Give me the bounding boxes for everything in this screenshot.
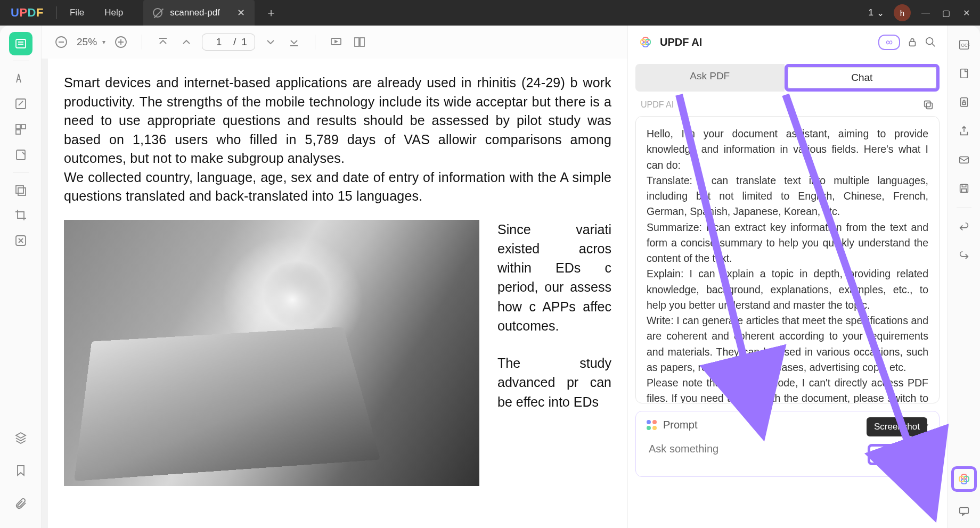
menu-file[interactable]: File [70, 7, 84, 18]
screenshot-tooltip: Screenshot [867, 417, 927, 436]
form-tool-button[interactable] [9, 143, 32, 167]
svg-rect-25 [925, 101, 930, 107]
prompt-dots-icon [647, 420, 657, 430]
prev-page-button[interactable] [178, 34, 194, 50]
search-icon[interactable] [925, 36, 936, 48]
reader-mode-button[interactable] [9, 32, 32, 55]
workspace: 25% ▾ / 1 [0, 26, 980, 528]
document-paragraph: We collected country, language, age, sex… [64, 168, 611, 206]
tab-title: scanned-pdf [170, 7, 220, 18]
window-count-value: 1 [869, 7, 873, 18]
svg-rect-19 [355, 38, 359, 46]
save-button[interactable] [954, 179, 974, 198]
separator [13, 61, 29, 61]
maximize-button[interactable]: ▢ [941, 7, 951, 18]
next-page-button[interactable] [263, 34, 279, 50]
document-paragraph: Smart devices and internet-based applica… [64, 73, 611, 168]
redo-button[interactable] [954, 246, 974, 266]
updf-ai-logo-icon [639, 35, 652, 49]
titlebar: UPDF File Help scanned-pdf ✕ ＋ 1 ⌄ h — ▢… [0, 0, 980, 26]
organize-tool-button[interactable] [9, 118, 32, 141]
current-page-input[interactable] [210, 36, 228, 48]
ai-message: Hello, I'm your document assistant, aimi… [635, 116, 940, 403]
right-sidebar: OCR [947, 26, 980, 528]
bookmark-button[interactable] [9, 459, 32, 482]
ai-panel-title: UPDF AI [660, 36, 702, 48]
total-pages: 1 [241, 36, 247, 48]
svg-text:OCR: OCR [961, 43, 970, 48]
center-area: 25% ▾ / 1 [42, 26, 627, 528]
first-page-button[interactable] [155, 34, 171, 50]
presentation-button[interactable] [328, 34, 344, 50]
ai-toggle-button[interactable] [956, 471, 972, 487]
svg-rect-5 [21, 125, 26, 129]
svg-rect-0 [16, 39, 26, 48]
close-window-button[interactable]: ✕ [961, 7, 971, 18]
separator [56, 6, 57, 19]
last-page-button[interactable] [286, 34, 302, 50]
separator [13, 172, 29, 172]
protect-button[interactable] [954, 93, 974, 112]
edit-tool-button[interactable] [9, 92, 32, 116]
ai-sender-label: UPDF AI [641, 100, 674, 110]
user-avatar[interactable]: h [894, 4, 911, 21]
ai-message-line: Write: I can generate articles that meet… [647, 313, 928, 375]
layers-button[interactable] [9, 426, 32, 449]
new-tab-button[interactable]: ＋ [265, 5, 277, 21]
menu-help[interactable]: Help [104, 7, 123, 18]
ocr-button[interactable]: OCR [954, 35, 974, 54]
zoom-value: 25% [77, 36, 97, 48]
tab-chat[interactable]: Chat [788, 67, 937, 88]
svg-line-23 [932, 44, 935, 47]
svg-rect-8 [16, 186, 23, 193]
export-button[interactable] [954, 64, 974, 83]
close-tab-icon[interactable]: ✕ [237, 7, 245, 19]
svg-rect-24 [926, 103, 932, 109]
svg-rect-32 [960, 69, 967, 78]
ai-input[interactable] [644, 438, 862, 471]
undo-button[interactable] [954, 218, 974, 237]
prompt-box: Prompt ▾ Screenshot [635, 411, 940, 477]
ai-message-line: Explain: I can explain a topic in depth,… [647, 266, 928, 313]
tab-chat-highlight: Chat [785, 64, 940, 92]
page-layout-button[interactable] [352, 34, 368, 50]
left-sidebar [0, 26, 42, 528]
unlimited-badge[interactable]: ∞ [878, 35, 900, 50]
comment-tool-button[interactable] [9, 67, 32, 90]
ai-panel-header: UPDF AI ∞ [628, 26, 947, 59]
share-button[interactable] [954, 121, 974, 141]
svg-rect-34 [962, 102, 966, 105]
minimize-button[interactable]: — [920, 7, 931, 18]
top-toolbar: 25% ▾ / 1 [42, 26, 627, 59]
window-count[interactable]: 1 ⌄ [869, 7, 884, 19]
send-icon[interactable] [917, 448, 930, 461]
ai-message-header: UPDF AI [628, 95, 947, 113]
zoom-in-button[interactable] [113, 34, 129, 50]
comment-panel-button[interactable] [954, 501, 974, 521]
image-upload-icon[interactable] [873, 449, 885, 460]
compress-tool-button[interactable] [9, 229, 32, 252]
document-viewport[interactable]: Smart devices and internet-based applica… [42, 59, 627, 528]
redact-tool-button[interactable] [9, 178, 32, 201]
attachment-button[interactable] [9, 492, 32, 515]
lock-icon[interactable] [907, 36, 918, 48]
zoom-out-button[interactable] [53, 34, 69, 50]
prompt-label: Prompt [663, 419, 697, 431]
app-logo: UPDF [11, 6, 44, 20]
ai-message-line: Summarize: I can extract key information… [647, 220, 928, 267]
screenshot-icon[interactable] [892, 449, 903, 460]
document-image [64, 220, 479, 486]
copy-icon[interactable] [922, 99, 934, 111]
email-button[interactable] [954, 150, 974, 169]
separator [142, 35, 142, 50]
svg-rect-20 [360, 38, 364, 46]
ai-message-line: Translate: I can translate text into mul… [647, 173, 928, 220]
zoom-level[interactable]: 25% ▾ [77, 36, 105, 48]
document-tab[interactable]: scanned-pdf ✕ [143, 0, 255, 26]
svg-rect-35 [959, 157, 968, 163]
crop-tool-button[interactable] [9, 203, 32, 227]
separator [315, 35, 315, 50]
ai-toggle-highlight [951, 466, 977, 492]
tab-ask-pdf[interactable]: Ask PDF [635, 64, 785, 92]
svg-rect-39 [959, 508, 968, 514]
